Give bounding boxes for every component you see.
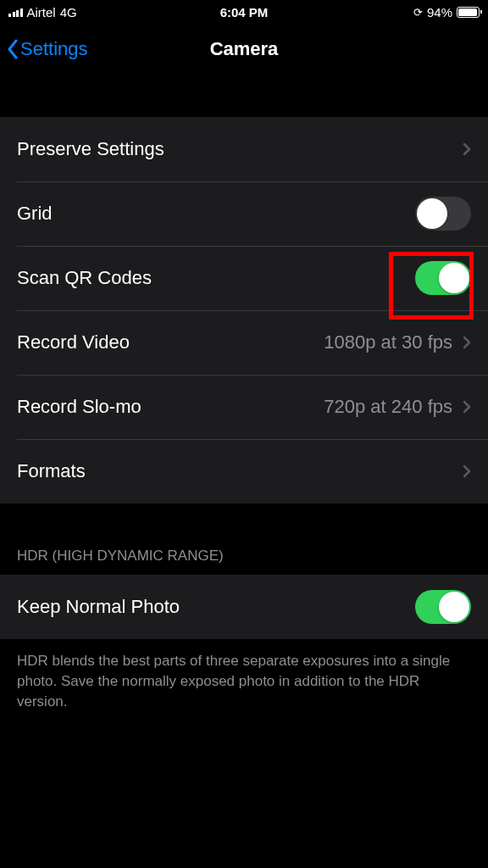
chevron-right-icon [463, 142, 471, 156]
battery-percent: 94% [427, 5, 452, 19]
row-label: Grid [17, 203, 53, 225]
scan-qr-row: Scan QR Codes [0, 246, 488, 310]
row-label: Preserve Settings [17, 138, 164, 160]
grid-toggle[interactable] [415, 197, 471, 231]
network-label: 4G [60, 5, 77, 19]
chevron-left-icon [7, 39, 19, 59]
settings-list-2: Keep Normal Photo [0, 575, 488, 639]
back-label: Settings [20, 38, 88, 60]
scan-qr-toggle[interactable] [415, 261, 471, 295]
record-video-row[interactable]: Record Video 1080p at 30 fps [0, 310, 488, 375]
row-value: 1080p at 30 fps [324, 331, 452, 353]
chevron-right-icon [463, 336, 471, 349]
status-left: Airtel 4G [8, 5, 77, 19]
row-label: Record Video [17, 331, 130, 353]
keep-normal-photo-toggle[interactable] [415, 590, 471, 624]
settings-list-1: Preserve Settings Grid Scan QR Codes Rec… [0, 117, 488, 504]
hdr-footer-text: HDR blends the best parts of three separ… [0, 639, 488, 723]
status-right: ⟳ 94% [413, 5, 480, 19]
row-label: Scan QR Codes [17, 267, 152, 289]
chevron-right-icon [463, 465, 471, 478]
carrier-label: Airtel [27, 5, 56, 19]
grid-row: Grid [0, 181, 488, 246]
signal-icon [8, 7, 23, 17]
row-value: 720p at 240 fps [324, 396, 452, 418]
preserve-settings-row[interactable]: Preserve Settings [0, 117, 488, 181]
time-label: 6:04 PM [220, 5, 269, 19]
nav-bar: Settings Camera [0, 24, 488, 75]
row-label: Record Slo-mo [17, 396, 141, 418]
record-slomo-row[interactable]: Record Slo-mo 720p at 240 fps [0, 375, 488, 439]
page-title: Camera [210, 38, 279, 60]
formats-row[interactable]: Formats [0, 439, 488, 504]
chevron-right-icon [463, 400, 471, 414]
battery-icon [457, 7, 480, 18]
rotation-lock-icon: ⟳ [413, 6, 423, 19]
keep-normal-photo-row: Keep Normal Photo [0, 575, 488, 639]
back-button[interactable]: Settings [7, 38, 88, 60]
row-label: Keep Normal Photo [17, 596, 180, 618]
status-bar: Airtel 4G 6:04 PM ⟳ 94% [0, 0, 488, 24]
row-label: Formats [17, 460, 86, 482]
hdr-section-header: HDR (HIGH DYNAMIC RANGE) [0, 504, 488, 575]
